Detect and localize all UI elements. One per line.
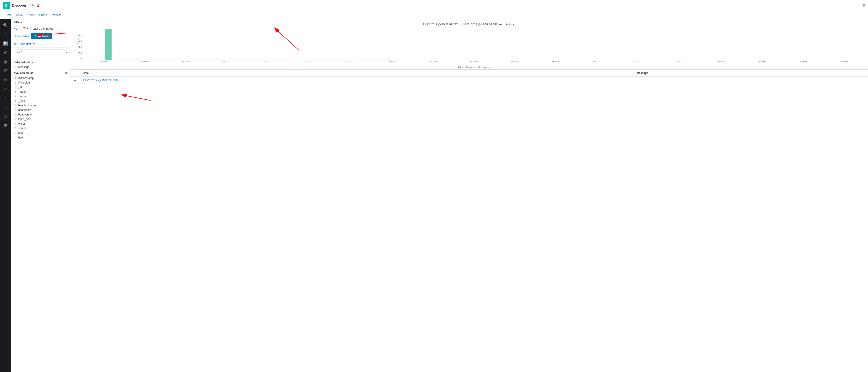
field-input-type[interactable]: ? input_type (11, 117, 70, 121)
fields-container: Selected fields t message Available fiel… (11, 57, 70, 372)
auto-label: Auto (506, 23, 512, 26)
chart-wrapper: 1 0.8 0.6 0.4 0.2 0 Count (74, 29, 864, 65)
search-input[interactable] (24, 21, 62, 24)
field-type-q-icon: ? (14, 108, 17, 112)
field-name: @version (18, 81, 30, 84)
auto-select[interactable]: Auto ▾ (504, 22, 516, 27)
field-name: source (18, 127, 27, 130)
field-name: beat.hostname (18, 104, 36, 107)
field-name: input_type (18, 118, 31, 121)
kibana-logo: D (3, 2, 10, 9)
settings-icon[interactable]: ⚙ (862, 3, 865, 7)
add-filter-row: ⚙ + Add filter 2 (11, 41, 70, 48)
annotation-2: 2 (33, 42, 35, 46)
available-fields-title: Available fields ⚙ (11, 69, 70, 76)
expand-button[interactable]: ▶ (73, 79, 77, 82)
field-type-hash-icon: # (14, 95, 17, 98)
field-name: offset (18, 122, 25, 125)
field-tags[interactable]: ? tags (11, 130, 70, 135)
gear-icon[interactable]: ⚙ (14, 42, 17, 46)
nav-maps[interactable]: 🗺 (1, 67, 9, 75)
expand-col (70, 70, 80, 77)
chevron-icon: ▾ (27, 27, 29, 30)
time-range-label: Last 20 minutes (32, 27, 53, 30)
timestamp-cell: Jul 22, 2019 @ 19:33:36.009 (80, 77, 634, 84)
available-fields-gear-icon[interactable]: ⚙ (64, 71, 67, 75)
field-beat-version[interactable]: ? beat.version (11, 112, 70, 117)
expand-cell: ▶ (70, 77, 80, 84)
field-id[interactable]: t _id (11, 85, 70, 90)
index-input[interactable] (14, 49, 65, 55)
y-axis-label: Count (77, 38, 80, 44)
chart-svg (83, 29, 403, 60)
chart-y-axis: 1 0.8 0.6 0.4 0.2 0 (74, 29, 83, 60)
field-offset[interactable]: ? offset (11, 121, 70, 126)
field-beat-name[interactable]: ? beat.name (11, 108, 70, 112)
results-table: Time ↑ message ▶ Jul 22, 2 (70, 70, 868, 84)
nav-discover[interactable]: 🔍 (1, 21, 9, 29)
nav-apm[interactable]: ◎ (1, 85, 9, 93)
chart-x-axis: 19:33:00 19:34:00 19:35:00 19:36:00 19:3… (83, 60, 864, 65)
field-name: type (18, 136, 24, 139)
field-sidebar: Filters KQL 📅 ▾ Last 20 minutes Show dat… (11, 19, 70, 372)
field-source[interactable]: ? source (11, 126, 70, 130)
calendar-icon: 📅 (23, 27, 26, 30)
field-beat-hostname[interactable]: ? beat.hostname (11, 103, 70, 108)
field-type-row[interactable]: t _type (11, 99, 70, 103)
nav-siem[interactable]: 🛡 (1, 103, 9, 112)
share-button[interactable]: Share (37, 12, 49, 18)
nav-visualize[interactable]: 📊 (1, 39, 9, 48)
add-filter-button[interactable]: + Add filter (18, 42, 31, 45)
auto-chevron-icon: ▾ (513, 23, 514, 26)
field-name: _score (18, 95, 27, 98)
kql-button[interactable]: KQL (14, 27, 19, 30)
action-bar: New Save Open Share Inspect (0, 11, 868, 19)
hit-count: 1 hit (30, 4, 35, 7)
refresh-icon: ↻ (34, 34, 37, 38)
field-type-q-icon: ? (14, 113, 17, 116)
annotation-1: 1 (37, 3, 39, 8)
selected-field-message[interactable]: t message (11, 65, 70, 69)
nav-dashboard[interactable]: ⊞ (1, 49, 9, 57)
field-name: _index (18, 90, 26, 93)
time-header[interactable]: Time ↑ (80, 70, 634, 77)
field-type-field[interactable]: t type (11, 135, 70, 140)
top-bar: D Discover 1 hit 1 ⚙ (0, 0, 868, 11)
sort-icon: ↑ (90, 72, 91, 74)
field-type-q-icon: ? (14, 131, 17, 134)
nav-devtools[interactable]: { } (1, 112, 9, 121)
inspect-button[interactable]: Inspect (50, 12, 63, 18)
new-button[interactable]: New (4, 12, 13, 18)
refresh-button[interactable]: ↻ Refresh (31, 33, 52, 39)
field-type-q-icon: ? (14, 104, 17, 107)
chart-time-range: Jul 22, 2019 @ 19:32:09.737 - Jul 22, 20… (74, 22, 864, 27)
nav-canvas[interactable]: ▣ (1, 58, 9, 66)
field-type-q-icon: ? (14, 122, 17, 125)
field-name: beat.version (18, 113, 33, 116)
save-button[interactable]: Save (14, 12, 25, 18)
field-type-t-icon: t (14, 86, 17, 89)
field-name: _type (18, 99, 25, 102)
main-content: Jul 22, 2019 @ 19:32:09.737 - Jul 22, 20… (70, 19, 868, 372)
field-name: beat.name (18, 108, 31, 112)
field-type-q-icon: ? (14, 127, 17, 130)
results-area: Time ↑ message ▶ Jul 22, 2 (70, 70, 868, 372)
field-type-icon: t (14, 65, 17, 69)
selected-fields-title: Selected fields (11, 59, 70, 65)
time-end: Jul 22, 2019 @ 19:52:09.737 (462, 23, 497, 26)
field-version[interactable]: t @version (11, 80, 70, 85)
field-type-clock-icon: ◷ (14, 76, 17, 80)
nav-home[interactable]: ⌂ (1, 30, 9, 38)
show-dates-button[interactable]: Show dates (14, 34, 29, 38)
x-axis-label: @timestamp per 30 seconds (83, 65, 864, 69)
table-body: ▶ Jul 22, 2019 @ 19:33:36.009 cc (70, 77, 868, 84)
field-timestamp[interactable]: ◷ @timestamp (11, 76, 70, 80)
message-header[interactable]: message (634, 70, 868, 77)
nav-ml[interactable]: ⚙ (1, 76, 9, 84)
open-button[interactable]: Open (26, 12, 36, 18)
calendar-button[interactable]: 📅 ▾ (21, 26, 31, 31)
nav-stack[interactable]: ☰ (1, 121, 9, 130)
nav-uptime[interactable]: ♡ (1, 94, 9, 102)
field-index[interactable]: t _index (11, 90, 70, 94)
field-score[interactable]: # _score (11, 94, 70, 99)
